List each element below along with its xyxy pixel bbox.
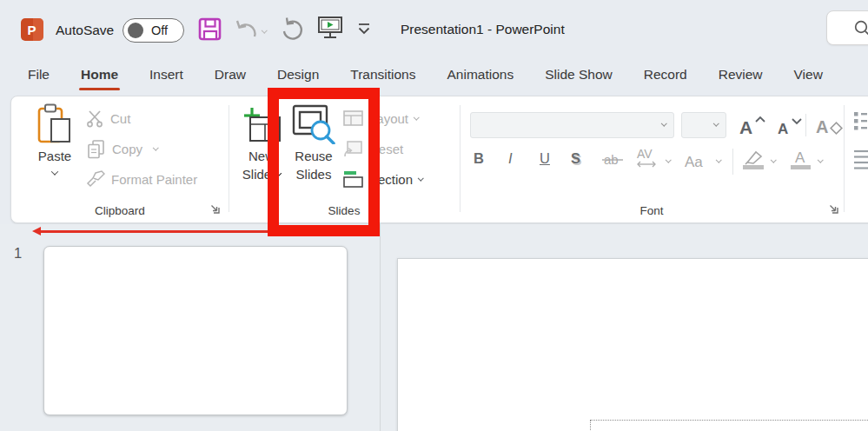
toggle-knob-icon xyxy=(128,23,143,38)
save-icon xyxy=(198,17,222,41)
slide-thumbnail[interactable] xyxy=(43,246,348,415)
new-slide-button[interactable]: New Slide xyxy=(235,102,288,183)
autosave-label: AutoSave xyxy=(56,23,114,38)
font-color-button[interactable]: A xyxy=(788,149,813,174)
slides-group: New Slide Reuse Slides Layout Reset Sect… xyxy=(229,96,460,222)
save-button[interactable] xyxy=(198,17,222,43)
line-spacing-button[interactable] xyxy=(854,149,868,172)
bullets-button[interactable] xyxy=(854,110,868,134)
highlight-dropdown-icon[interactable] xyxy=(771,157,776,162)
layout-label: Layout xyxy=(369,111,408,126)
layout-icon xyxy=(343,110,363,126)
undo-dropdown-icon[interactable] xyxy=(262,28,267,33)
autosave-toggle[interactable]: Off xyxy=(123,18,184,43)
tab-animations[interactable]: Animations xyxy=(431,54,529,96)
reuse-slides-label-line2: Slides xyxy=(296,165,332,183)
bullets-icon xyxy=(854,110,868,131)
text-highlight-color-button[interactable] xyxy=(741,149,766,174)
search-box[interactable] xyxy=(826,10,868,45)
underline-glyph: U xyxy=(540,150,550,166)
tab-record[interactable]: Record xyxy=(628,54,703,96)
copy-button[interactable]: Copy xyxy=(86,137,158,160)
tab-slide-show[interactable]: Slide Show xyxy=(529,54,628,96)
customize-quick-access-toolbar-button[interactable] xyxy=(356,23,372,38)
font-size-select[interactable] xyxy=(681,112,726,138)
character-spacing-glyph: AV xyxy=(637,147,653,161)
tab-design[interactable]: Design xyxy=(262,54,335,96)
clear-formatting-button[interactable]: A xyxy=(814,114,845,140)
tab-draw[interactable]: Draw xyxy=(199,54,262,96)
new-slide-dropdown-icon xyxy=(275,169,282,176)
line-spacing-icon xyxy=(854,149,868,169)
font-name-select[interactable] xyxy=(470,112,674,138)
slides-group-label: Slides xyxy=(229,204,460,217)
shrink-font-button[interactable]: A xyxy=(776,116,803,140)
redo-button[interactable] xyxy=(279,17,304,44)
autosave-state: Off xyxy=(151,23,168,37)
slide-number: 1 xyxy=(14,245,22,262)
format-painter-button[interactable]: Format Painter xyxy=(84,168,197,190)
copy-dropdown-icon xyxy=(153,144,158,149)
tab-transitions[interactable]: Transitions xyxy=(335,54,431,96)
powerpoint-window: P AutoSave Off Presentation1 - PowerPoin… xyxy=(0,0,868,431)
italic-glyph: I xyxy=(508,150,513,166)
copy-label: Copy xyxy=(112,142,142,156)
title-placeholder[interactable] xyxy=(590,420,868,431)
section-button[interactable]: Section xyxy=(343,168,423,190)
ribbon: Paste Cut Copy Format Painter Clipboard xyxy=(10,96,868,223)
start-slideshow-button[interactable] xyxy=(317,16,343,43)
change-case-button[interactable]: Aa xyxy=(684,152,712,174)
bold-button[interactable]: B xyxy=(474,150,484,167)
cut-label: Cut xyxy=(110,111,130,126)
section-dropdown-icon xyxy=(418,175,423,180)
change-case-glyph: Aa xyxy=(685,154,703,170)
tab-home[interactable]: Home xyxy=(65,54,134,96)
reset-button[interactable]: Reset xyxy=(343,137,403,160)
font-dialog-launcher-icon[interactable] xyxy=(828,203,839,215)
character-spacing-dropdown-icon[interactable] xyxy=(666,157,671,162)
grow-font-button[interactable]: A xyxy=(738,114,766,140)
slide-canvas[interactable] xyxy=(397,258,868,431)
tab-review[interactable]: Review xyxy=(703,54,779,96)
layout-dropdown-icon xyxy=(414,114,419,119)
tab-view[interactable]: View xyxy=(779,54,838,96)
copy-icon xyxy=(86,139,106,159)
customize-toolbar-icon xyxy=(356,23,372,36)
reset-label: Reset xyxy=(369,142,403,156)
font-name-dropdown-icon xyxy=(661,121,666,126)
shrink-font-glyph: A xyxy=(778,121,788,137)
control-divider xyxy=(805,114,806,136)
tab-file[interactable]: File xyxy=(12,54,65,96)
section-icon xyxy=(343,170,363,188)
layout-button[interactable]: Layout xyxy=(343,107,419,129)
change-case-dropdown-icon[interactable] xyxy=(716,157,721,162)
cut-button[interactable]: Cut xyxy=(86,107,130,129)
title-bar: P AutoSave Off Presentation1 - PowerPoin… xyxy=(0,0,868,54)
italic-button[interactable]: I xyxy=(508,150,513,167)
reuse-slides-button[interactable]: Reuse Slides xyxy=(286,102,341,183)
text-shadow-glyph: S xyxy=(571,150,580,166)
tab-insert[interactable]: Insert xyxy=(134,54,199,96)
text-shadow-button[interactable]: S xyxy=(571,150,580,167)
paste-button[interactable]: Paste xyxy=(27,102,83,176)
svg-text:P: P xyxy=(28,23,36,37)
clipboard-dialog-launcher-icon[interactable] xyxy=(209,203,221,215)
format-painter-label: Format Painter xyxy=(111,172,197,187)
search-icon xyxy=(854,20,868,37)
cut-icon xyxy=(86,109,104,128)
slideshow-icon xyxy=(317,16,343,40)
reuse-slides-label-line1: Reuse xyxy=(295,147,332,165)
highlighter-icon xyxy=(741,149,766,171)
paste-label: Paste xyxy=(38,147,71,165)
workspace: 1 xyxy=(0,224,868,431)
bold-glyph: B xyxy=(474,150,484,166)
undo-button[interactable] xyxy=(233,17,259,43)
undo-icon xyxy=(233,17,259,40)
window-title: Presentation1 - PowerPoint xyxy=(401,22,565,37)
clipboard-group: Paste Cut Copy Format Painter Clipboard xyxy=(11,96,229,222)
font-color-dropdown-icon[interactable] xyxy=(818,157,823,162)
powerpoint-logo-icon: P xyxy=(21,18,43,41)
character-spacing-button[interactable]: AV xyxy=(635,147,659,172)
underline-button[interactable]: U xyxy=(540,150,550,167)
strikethrough-button[interactable]: ab xyxy=(602,150,625,172)
